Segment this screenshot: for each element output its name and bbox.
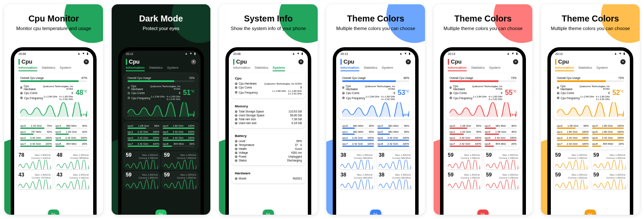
screen-content: Overall Cpu Usage 73% Cpu HardwareQualco… [444, 73, 522, 189]
freq-label: Cpu Frequency [561, 97, 580, 100]
tab-statistics[interactable]: Statistics [471, 66, 485, 71]
core-pct: 100% [582, 131, 589, 133]
core-pct: 29% [511, 143, 516, 145]
slide-subtitle: Monitor cpu temperature and usage [4, 26, 103, 31]
core-cell: cpu7 2.42 GHz 100% [128, 143, 159, 147]
freq-label: Cpu Frequency [346, 97, 365, 100]
slide-subtitle: Multiple theme colors you can choose [541, 26, 640, 31]
close-button[interactable]: ✕ [513, 59, 518, 64]
core-cell: cpu8 844 MHz 29% [592, 143, 624, 147]
overall-usage-label: Overall Cpu Usage [20, 76, 44, 79]
cores-value: 8 [179, 91, 181, 94]
close-button[interactable]: ✕ [191, 59, 196, 64]
info-row: Used ram size 6.18 GB [235, 122, 302, 125]
info-row: Model IN2021 [235, 177, 302, 180]
hw-label: Cpu Hardware [346, 85, 361, 91]
fab-button[interactable]: % [477, 210, 489, 215]
mini-cur: 681MHz [401, 157, 411, 159]
core-name: cpu6 [485, 137, 490, 139]
tab-statistics[interactable]: Statistics [364, 66, 377, 71]
close-button[interactable]: ✕ [620, 59, 626, 64]
row-value: Good [295, 147, 302, 150]
cores-card: cpu0 681 MHz 39% cpu4 681 MHz 39% cpu1 6… [339, 122, 413, 149]
core-freq: 844 MHz [495, 143, 506, 145]
tab-information[interactable]: Information [18, 66, 37, 71]
status-time: 20:08 [233, 52, 241, 55]
core-name: cpu4 [377, 125, 383, 127]
freq-value: 1 x 2.84 GHz · 4 x 1.80 GHz 3 x 2.42 GHz [43, 95, 73, 100]
screenshot-slide: Theme Colors Multiple theme colors you c… [541, 4, 640, 215]
core-cell: cpu1 1.02 GHz 45% [450, 131, 481, 135]
tab-system[interactable]: System [382, 66, 393, 71]
core-freq: 1.80 GHz [173, 125, 183, 127]
mini-cards: 59 Max 1.80GHz Current 1.08GHz 59 Max 1.… [446, 152, 520, 189]
tab-system[interactable]: System [273, 66, 285, 71]
mini-max-label: Max [571, 154, 576, 156]
core-cell: cpu2 2.42 GHz 100% [342, 137, 374, 141]
decor-blob [64, 4, 103, 43]
close-button[interactable]: ✕ [406, 59, 411, 64]
core-freq: 681 MHz [353, 125, 363, 127]
core-name: cpu2 [557, 137, 562, 139]
row-label: Temperature [239, 143, 255, 146]
tab-information[interactable]: Information [555, 66, 574, 71]
row-value: 6.18 GB [292, 122, 302, 125]
tab-statistics[interactable]: Statistics [578, 66, 592, 71]
mini-cur-label: Current [177, 176, 185, 179]
phone-mockup: 20:09 ▲ ▼ ▮ Cpu ✕ Information Statistics… [11, 47, 97, 215]
usage-wave-icon [557, 102, 624, 117]
tab-information[interactable]: Information [340, 66, 359, 71]
mini-max: 1.80GHz [615, 154, 626, 156]
tab-system[interactable]: System [489, 66, 501, 71]
core-cell: cpu2 2.42 GHz 100% [20, 137, 52, 141]
fab-button[interactable]: % [48, 210, 59, 215]
status-icons: ▲ ▼ ▮ [507, 52, 518, 55]
hw-label: Cpu Hardware [24, 85, 39, 91]
mini-max-label: Max [395, 173, 400, 176]
core-temp: 59 [555, 154, 561, 160]
mini-wave-icon [126, 160, 158, 169]
mini-max-label: Max [571, 173, 576, 176]
mini-wave-icon [486, 160, 518, 169]
core-pct: 75% [47, 125, 52, 127]
mini-cur-label: Current [461, 157, 469, 159]
tab-statistics[interactable]: Statistics [255, 66, 268, 71]
row-value: 4381 mv [291, 151, 302, 154]
fab-button[interactable]: % [370, 210, 381, 215]
cores-card: cpu0 1.42 GHz 75% cpu4 883 MHz 46% cpu1 … [17, 122, 91, 149]
brand-accent-icon [18, 59, 20, 65]
core-freq: 1.06 GHz [66, 131, 77, 133]
core-pct: 100% [475, 143, 481, 145]
cpu-temp: 52°C [612, 89, 624, 97]
close-button[interactable]: ✕ [84, 59, 89, 64]
core-freq: 681 MHz [353, 131, 363, 133]
core-pct: 42% [47, 131, 52, 133]
info-row: Voltage 4381 mv [235, 151, 302, 154]
statusbar: 20:13 ▲ ▼ ▮ [444, 51, 522, 57]
cpu-temp: 53°C [398, 89, 409, 97]
tab-system[interactable]: System [167, 66, 179, 71]
tab-statistics[interactable]: Statistics [42, 66, 55, 71]
mini-wave-icon [593, 160, 626, 169]
core-name: cpu7 [128, 143, 133, 145]
fab-button[interactable]: % [585, 210, 596, 215]
tab-system[interactable]: System [596, 66, 608, 71]
close-button[interactable]: ✕ [298, 59, 304, 64]
tab-information[interactable]: Information [448, 66, 467, 71]
core-cell: cpu8 844 MHz 29% [163, 143, 194, 147]
core-pct: 100% [582, 143, 589, 145]
core-name: cpu2 [20, 137, 26, 139]
fab-button[interactable]: % [155, 210, 167, 215]
tab-statistics[interactable]: Statistics [149, 66, 163, 71]
tab-information[interactable]: Information [126, 66, 145, 71]
core-pct: 100% [617, 131, 624, 133]
slide-subtitle: Multiple theme colors you can choose [326, 26, 425, 31]
decor-blob [279, 4, 318, 43]
tab-information[interactable]: Information [233, 66, 250, 71]
tab-system[interactable]: System [60, 66, 71, 71]
cores-card: cpu0 1.08 GHz 55% cpu4 681 MHz 35% cpu1 … [446, 122, 520, 149]
core-name: cpu8 [485, 143, 490, 145]
hw-value: Qualcomm Technologies, Inc KONA [264, 82, 302, 85]
fab-button[interactable]: % [263, 210, 274, 215]
mini-cur-label: Current [139, 176, 147, 179]
